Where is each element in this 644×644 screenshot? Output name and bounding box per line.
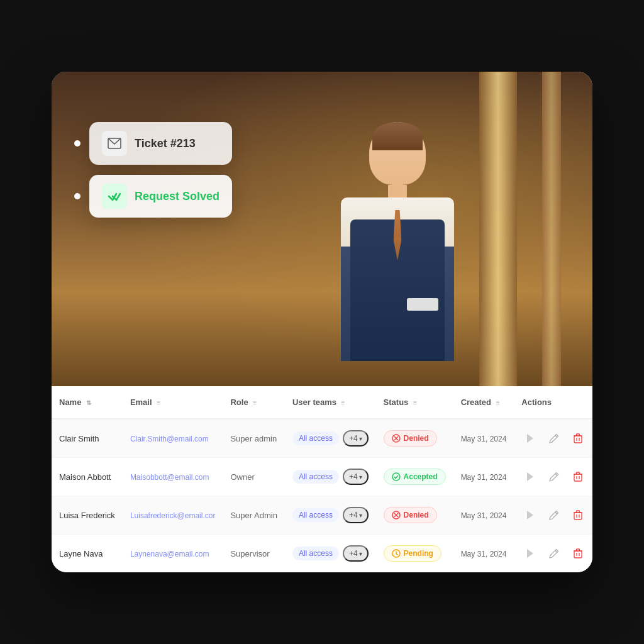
play-button-1[interactable] xyxy=(521,468,539,486)
svg-marker-11 xyxy=(527,472,533,481)
solved-card: Request Solved xyxy=(89,175,232,218)
status-badge-3: Pending xyxy=(384,545,441,562)
cell-teams-3: All access +4 ▾ xyxy=(285,535,376,573)
cell-created-1: May 31, 2024 xyxy=(453,458,514,496)
teams-more-3[interactable]: +4 ▾ xyxy=(343,545,369,562)
table-row: Luisa Frederick Luisafrederick@email.cor… xyxy=(52,496,592,535)
svg-rect-22 xyxy=(574,513,582,519)
cell-created-2: May 31, 2024 xyxy=(453,496,514,535)
edit-button-1[interactable] xyxy=(545,468,563,486)
svg-rect-29 xyxy=(574,551,582,558)
person-head xyxy=(369,122,426,185)
sort-icon-status: ≡ xyxy=(413,399,417,406)
svg-point-10 xyxy=(392,473,400,480)
cell-name-1: Maison Abbott xyxy=(52,458,123,496)
cell-role-2: Super Admin xyxy=(223,496,284,535)
cell-actions-0 xyxy=(514,419,592,458)
play-button-0[interactable] xyxy=(521,430,539,447)
status-badge-2: Denied xyxy=(384,507,437,523)
edit-button-0[interactable] xyxy=(545,430,563,447)
wood-panel-2 xyxy=(542,72,561,386)
play-button-3[interactable] xyxy=(521,545,539,562)
person-torso xyxy=(341,197,454,361)
cell-role-0: Super admin xyxy=(223,419,284,458)
table-row: Maison Abbott Maisobbott@email.com Owner… xyxy=(52,458,592,496)
person-body xyxy=(328,122,467,386)
col-created[interactable]: Created ≡ xyxy=(453,386,514,419)
cell-email-1: Maisobbott@email.com xyxy=(123,458,223,496)
floating-cards: Ticket #213 Request Solved xyxy=(89,122,232,228)
cell-teams-1: All access +4 ▾ xyxy=(285,458,376,496)
sort-icon-email: ≡ xyxy=(157,399,160,406)
delete-button-2[interactable] xyxy=(569,506,587,524)
bullet-dot-2 xyxy=(74,193,80,199)
team-badge-1: All access xyxy=(292,470,339,484)
delete-button-1[interactable] xyxy=(569,468,587,486)
col-actions: Actions xyxy=(514,386,592,419)
col-user-teams[interactable]: User teams ≡ xyxy=(285,386,376,419)
cell-status-1: Accepted xyxy=(376,458,453,496)
ticket-notification: Ticket #213 xyxy=(89,122,232,165)
mail-icon xyxy=(102,131,127,156)
cell-email-3: Laynenava@email.com xyxy=(123,535,223,573)
teams-more-2[interactable]: +4 ▾ xyxy=(343,507,369,523)
solved-notification: Request Solved xyxy=(89,175,232,218)
cell-name-3: Layne Nava xyxy=(52,535,123,573)
teams-more-0[interactable]: +4 ▾ xyxy=(343,430,369,447)
delete-button-0[interactable] xyxy=(569,430,587,447)
team-badge-2: All access xyxy=(292,508,339,522)
table-area: Name ⇅ Email ≡ Role ≡ User teams ≡ xyxy=(52,386,592,572)
cell-created-3: May 31, 2024 xyxy=(453,535,514,573)
table-row: Layne Nava Laynenava@email.com Superviso… xyxy=(52,535,592,573)
cell-role-1: Owner xyxy=(223,458,284,496)
svg-marker-4 xyxy=(527,434,533,443)
table-body: Clair Smith Clair.Smith@email.com Super … xyxy=(52,419,592,572)
cell-created-0: May 31, 2024 xyxy=(453,419,514,458)
svg-rect-6 xyxy=(574,436,582,443)
cell-email-0: Clair.Smith@email.com xyxy=(123,419,223,458)
delete-button-3[interactable] xyxy=(569,545,587,562)
cell-actions-3 xyxy=(514,535,592,573)
cell-status-0: Denied xyxy=(376,419,453,458)
cell-status-3: Pending xyxy=(376,535,453,573)
col-name[interactable]: Name ⇅ xyxy=(52,386,123,419)
cell-actions-2 xyxy=(514,496,592,535)
status-badge-1: Accepted xyxy=(384,469,446,485)
svg-line-5 xyxy=(555,435,558,438)
sort-icon-teams: ≡ xyxy=(341,399,345,406)
check-icon xyxy=(102,184,127,209)
cell-name-2: Luisa Frederick xyxy=(52,496,123,535)
users-table: Name ⇅ Email ≡ Role ≡ User teams ≡ xyxy=(52,386,592,572)
edit-button-3[interactable] xyxy=(545,545,563,562)
name-badge xyxy=(407,298,438,311)
ticket-label: Ticket #213 xyxy=(135,137,196,150)
sort-icon-created: ≡ xyxy=(496,399,500,406)
person-figure xyxy=(303,84,492,386)
hero-section: Ticket #213 Request Solved xyxy=(52,72,592,386)
sort-icon-role: ≡ xyxy=(253,399,257,406)
cell-teams-2: All access +4 ▾ xyxy=(285,496,376,535)
team-badge-0: All access xyxy=(292,431,339,445)
person-hair xyxy=(372,122,423,150)
person-neck xyxy=(388,185,407,197)
svg-line-28 xyxy=(555,550,558,553)
solved-label: Request Solved xyxy=(135,190,219,203)
status-badge-0: Denied xyxy=(384,430,437,447)
team-badge-3: All access xyxy=(292,547,339,560)
bullet-dot xyxy=(74,140,80,147)
col-email[interactable]: Email ≡ xyxy=(123,386,223,419)
cell-name-0: Clair Smith xyxy=(52,419,123,458)
cell-status-2: Denied xyxy=(376,496,453,535)
cell-email-2: Luisafrederick@email.cor xyxy=(123,496,223,535)
svg-rect-13 xyxy=(574,474,582,481)
col-status[interactable]: Status ≡ xyxy=(376,386,453,419)
table-row: Clair Smith Clair.Smith@email.com Super … xyxy=(52,419,592,458)
svg-marker-20 xyxy=(527,511,533,519)
main-card: Ticket #213 Request Solved xyxy=(52,72,592,572)
ticket-card: Ticket #213 xyxy=(89,122,232,165)
play-button-2[interactable] xyxy=(521,506,539,524)
col-role[interactable]: Role ≡ xyxy=(223,386,284,419)
teams-more-1[interactable]: +4 ▾ xyxy=(343,469,369,485)
edit-button-2[interactable] xyxy=(545,506,563,524)
cell-actions-1 xyxy=(514,458,592,496)
